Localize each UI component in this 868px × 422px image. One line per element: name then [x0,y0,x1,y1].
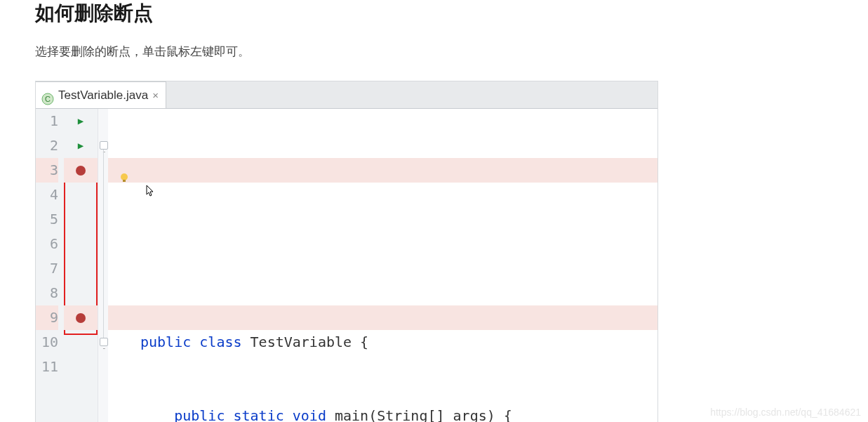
line-number: 7 [36,256,58,281]
line-number: 4 [36,183,58,207]
line-number: 5 [36,207,58,232]
run-icon[interactable]: ▶ [78,133,84,158]
line-number: 9 [36,305,58,330]
breakpoint-line-highlight [140,158,657,183]
lightbulb-icon[interactable] [119,166,129,176]
java-class-icon: C [41,89,54,102]
breakpoint-icon[interactable] [76,313,86,323]
line-number: 11 [36,355,58,379]
editor-tabbar: C TestVariable.java × [36,81,657,109]
breakpoint-gutter[interactable]: ▶ ▶ [64,109,98,422]
svg-rect-3 [123,180,126,182]
fold-gutter[interactable] [98,109,108,422]
line-number: 6 [36,232,58,256]
svg-point-2 [121,173,128,180]
code-editor: C TestVariable.java × 1 2 3 4 5 6 7 8 9 … [35,81,658,422]
line-number: 2 [36,133,58,158]
editor-tab[interactable]: C TestVariable.java × [36,81,166,108]
code-area[interactable]: public class TestVariable { public stati… [140,109,657,422]
fold-handle-icon[interactable] [100,338,108,346]
line-number: 3 [36,158,58,183]
line-number: 8 [36,281,58,305]
line-number: 1 [36,109,58,133]
close-icon[interactable]: × [152,83,159,107]
breakpoint-icon[interactable] [76,166,86,176]
svg-text:C: C [45,95,51,103]
fold-guide [103,150,104,338]
instruction-text: 选择要删除的断点，单击鼠标左键即可。 [35,44,833,60]
hint-gutter [108,109,140,422]
watermark-text: https://blog.csdn.net/qq_41684621 [710,407,861,418]
tab-filename: TestVariable.java [58,83,148,107]
line-number-gutter: 1 2 3 4 5 6 7 8 9 10 11 [36,109,64,422]
section-heading: 如何删除断点 [35,0,833,27]
mouse-cursor-icon [146,185,154,197]
line-number: 10 [36,330,58,355]
fold-handle-icon[interactable] [100,141,108,150]
run-icon[interactable]: ▶ [78,109,84,133]
breakpoint-line-highlight [140,305,657,330]
